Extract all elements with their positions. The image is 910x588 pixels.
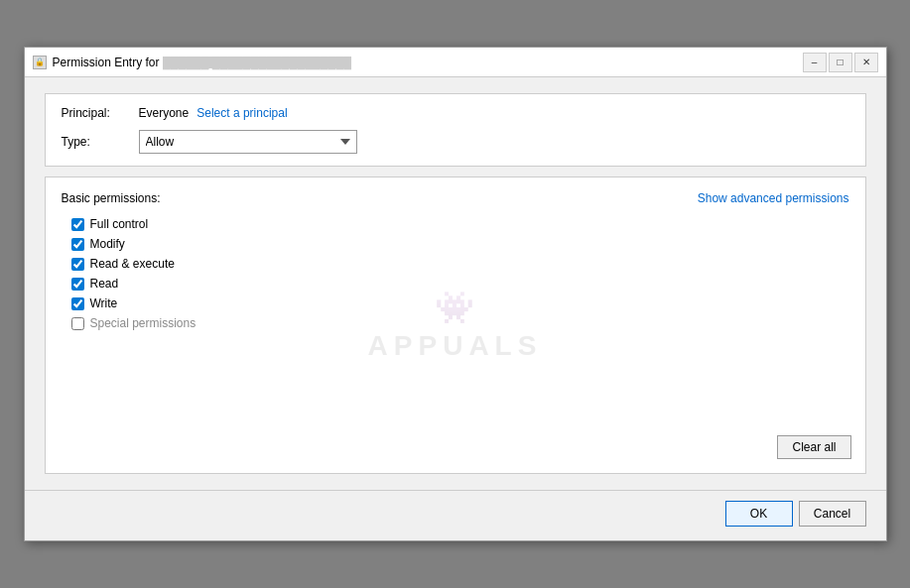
type-row: Type: Allow Deny — [62, 130, 849, 154]
permissions-header: Basic permissions: Show advanced permiss… — [62, 191, 849, 205]
permission-special: Special permissions — [71, 316, 849, 330]
permissions-title: Basic permissions: — [62, 191, 161, 205]
label-special: Special permissions — [90, 316, 196, 330]
checkbox-full-control[interactable] — [71, 218, 84, 231]
checkbox-modify[interactable] — [71, 238, 84, 251]
maximize-button[interactable]: □ — [829, 53, 852, 72]
permission-modify: Modify — [71, 237, 849, 251]
principal-value: Everyone — [139, 106, 190, 120]
watermark-text: APPUALS — [368, 330, 543, 362]
checkbox-read[interactable] — [71, 278, 84, 291]
principal-row: Principal: Everyone Select a principal — [62, 106, 849, 120]
label-write: Write — [90, 296, 118, 310]
minimize-button[interactable]: – — [803, 53, 827, 72]
cancel-button[interactable]: Cancel — [799, 501, 866, 527]
checkbox-write[interactable] — [71, 297, 84, 310]
type-label: Type: — [62, 135, 131, 149]
close-button[interactable]: ✕ — [854, 53, 878, 72]
clear-all-button[interactable]: Clear all — [777, 435, 850, 459]
permission-read: Read — [71, 277, 849, 291]
permissions-section: Basic permissions: Show advanced permiss… — [45, 176, 866, 474]
permission-entry-dialog: 🔒 Permission Entry for ██████ ██████████… — [24, 47, 887, 541]
select-principal-link[interactable]: Select a principal — [196, 106, 287, 120]
dialog-title: Permission Entry for ██████ ████████████… — [53, 56, 803, 69]
title-redacted: ██████ ██████████████████ — [163, 57, 351, 68]
label-modify: Modify — [90, 237, 125, 251]
principal-type-section: Principal: Everyone Select a principal T… — [45, 93, 866, 167]
permissions-list: Full control Modify Read & execute Read — [71, 217, 849, 330]
checkbox-read-execute[interactable] — [71, 258, 84, 271]
permission-full-control: Full control — [71, 217, 849, 231]
label-full-control: Full control — [90, 217, 149, 231]
permission-read-execute: Read & execute — [71, 257, 849, 271]
show-advanced-link[interactable]: Show advanced permissions — [698, 191, 849, 205]
checkbox-special[interactable] — [71, 317, 84, 330]
dialog-footer: OK Cancel — [25, 490, 886, 540]
window-controls: – □ ✕ — [803, 53, 878, 72]
ok-button[interactable]: OK — [725, 501, 793, 527]
label-read-execute: Read & execute — [90, 257, 175, 271]
title-bar: 🔒 Permission Entry for ██████ ██████████… — [25, 48, 886, 77]
permission-write: Write — [71, 296, 849, 310]
dialog-icon: 🔒 — [33, 56, 47, 69]
dialog-content: Principal: Everyone Select a principal T… — [25, 77, 886, 490]
principal-label: Principal: — [62, 106, 131, 120]
type-dropdown[interactable]: Allow Deny — [139, 130, 357, 154]
label-read: Read — [90, 277, 119, 291]
